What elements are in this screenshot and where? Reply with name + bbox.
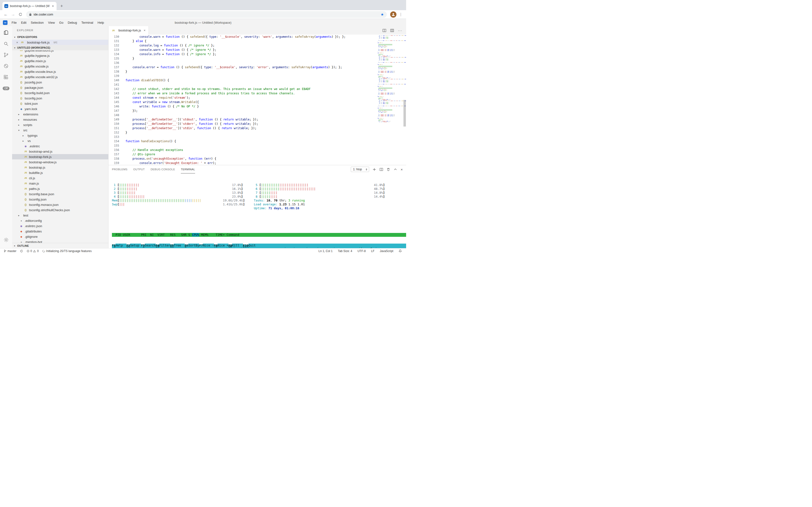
tree-item-bootstrap.js[interactable]: JSbootstrap.js [12, 165, 108, 170]
new-terminal-icon[interactable] [373, 168, 376, 171]
tree-item-tsconfig.monaco.json[interactable]: {}tsconfig.monaco.json [12, 202, 108, 207]
slashed-circle-icon[interactable] [0, 60, 12, 72]
tree-folder-vs[interactable]: ▸vs [12, 138, 108, 144]
editor-tab[interactable]: JS bootstrap-fork.js × [109, 26, 149, 35]
split-terminal-icon[interactable] [380, 168, 383, 171]
menu-debug[interactable]: Debug [65, 21, 79, 24]
code-line[interactable]: 146 write: function () { /* No OP */ } [109, 104, 374, 109]
tree-item-gulpfile.vscode.win32.js[interactable]: JSgulpfile.vscode.win32.js [12, 74, 108, 79]
menu-terminal[interactable]: Terminal [79, 21, 95, 24]
code-line[interactable]: 133 console.warn = function () { /* igno… [109, 48, 374, 52]
tree-folder-typings[interactable]: ▸typings [12, 133, 108, 138]
tree-item-tsconfig.strictNullChecks.json[interactable]: {}tsconfig.strictNullChecks.json [12, 207, 108, 213]
code-editor[interactable]: 130 console.warn = function () { safeSen… [109, 35, 406, 165]
code-line[interactable]: 154function handleExceptions() { [109, 139, 374, 144]
more-actions-icon[interactable]: ··· [398, 28, 402, 33]
menu-view[interactable]: View [46, 21, 57, 24]
source-control-icon[interactable] [0, 49, 12, 60]
code-line[interactable]: 142 // const stdout, stderr and stdin be… [109, 87, 374, 91]
tree-item-.eslintrc.json[interactable]: ◉.eslintrc.json [12, 223, 108, 229]
code-line[interactable]: 143 // error when we are inside a forked… [109, 91, 374, 96]
terminal[interactable]: 1 [||||||||||| 17.8%] 5 [|||||||||||||||… [109, 173, 406, 248]
split-editor-icon[interactable] [382, 29, 386, 33]
indent-setting[interactable]: Tab Size: 4 [336, 249, 354, 253]
new-tab-button[interactable]: + [59, 3, 65, 9]
tree-item-gulpfile.vscode.js[interactable]: JSgulpfile.vscode.js [12, 64, 108, 69]
menu-go[interactable]: Go [57, 21, 65, 24]
code-line[interactable]: 155 [109, 144, 374, 148]
address-bar[interactable]: ide.coder.com ★ [26, 11, 387, 18]
language-mode[interactable]: JavaScript [378, 249, 395, 253]
code-line[interactable]: 149 process['__defineGetter__']('stdout'… [109, 117, 374, 122]
code-line[interactable]: 157 // @ts-ignore [109, 152, 374, 157]
tree-item-bootstrap-window.js[interactable]: JSbootstrap-window.js [12, 159, 108, 165]
workspace-header[interactable]: ▾ UNTITLED (WORKSPACE) [12, 45, 108, 50]
menu-help[interactable]: Help [96, 21, 106, 24]
encoding-setting[interactable]: UTF-8 [356, 249, 368, 253]
bookmark-star-icon[interactable]: ★ [381, 12, 384, 17]
tree-item-jsconfig.json[interactable]: {}jsconfig.json [12, 79, 108, 85]
menu-edit[interactable]: Edit [19, 21, 28, 24]
code-line[interactable]: 134 console.info = function () { /* igno… [109, 52, 374, 56]
editor-scrollbar[interactable] [403, 100, 406, 126]
code-line[interactable]: 159 console.error('Uncaught Exception: '… [109, 161, 374, 165]
tree-folder-src[interactable]: ▾src [12, 127, 108, 133]
tree-item-gulpfile.mixin.js[interactable]: JSgulpfile.mixin.js [12, 58, 108, 64]
tree-item-paths.js[interactable]: JSpaths.js [12, 186, 108, 191]
tree-item-tsconfig.base.json[interactable]: {}tsconfig.base.json [12, 191, 108, 196]
search-icon[interactable] [0, 38, 12, 49]
tree-folder-resources[interactable]: ▸resources [12, 117, 108, 122]
code-line[interactable]: 144 const stream = require('stream'); [109, 96, 374, 100]
code-line[interactable]: 156 // Handle uncaught exceptions [109, 148, 374, 152]
open-editor-item[interactable]: × JS bootstrap-fork.js src [12, 40, 108, 45]
htop-function-key-bar[interactable]: F1Help F2Setup F3SearchF4FilterF5Tree F6… [112, 243, 406, 247]
menu-file[interactable]: File [9, 21, 19, 24]
tree-item-gulpfile.hygiene.js[interactable]: JSgulpfile.hygiene.js [12, 53, 108, 58]
browser-menu-icon[interactable]: ⋮ [398, 12, 404, 17]
code-line[interactable]: 151 process['__defineGetter__']('stdin',… [109, 126, 374, 130]
kill-terminal-icon[interactable] [386, 168, 390, 171]
close-panel-icon[interactable]: × [400, 167, 403, 171]
browser-tab[interactable]: cs bootstrap-fork.js — Untitled (W × [2, 2, 57, 10]
tab-terminal[interactable]: TERMINAL [181, 165, 195, 173]
code-line[interactable]: 152} [109, 130, 374, 135]
tree-item-gulpfile.extensions.js[interactable]: JSgulpfile.extensions.js [12, 50, 108, 53]
settings-gear-icon[interactable] [0, 234, 12, 245]
code-line[interactable]: 137 console.error = function () { safeSe… [109, 65, 374, 69]
code-line[interactable]: 140function disableSTDIO() { [109, 78, 374, 82]
terminal-select[interactable]: 1: htop [351, 167, 369, 172]
code-line[interactable]: 153 [109, 135, 374, 139]
tree-item-.eslintrc[interactable]: ◉.eslintrc [12, 144, 108, 149]
eol-setting[interactable]: LF [369, 249, 376, 253]
extensions-icon[interactable] [0, 72, 12, 83]
branch-indicator[interactable]: master [2, 249, 18, 253]
code-line[interactable]: 139 [109, 74, 374, 78]
minimap[interactable] [377, 35, 403, 122]
editor-tab-close-icon[interactable]: × [143, 29, 145, 32]
tree-item-.editorconfig[interactable]: ●.editorconfig [12, 218, 108, 223]
code-line[interactable]: 135 } [109, 56, 374, 61]
editor-layout-icon[interactable] [390, 29, 394, 33]
tree-item-tsconfig.json[interactable]: {}tsconfig.json [12, 196, 108, 202]
tree-folder-extensions[interactable]: ▸extensions [12, 112, 108, 117]
tree-item-main.js[interactable]: JSmain.js [12, 181, 108, 186]
close-icon[interactable]: × [15, 41, 19, 44]
code-line[interactable]: 141 [109, 82, 374, 87]
maximize-panel-icon[interactable] [393, 168, 397, 171]
code-line[interactable]: 148 [109, 113, 374, 117]
tree-item-tslint.json[interactable]: {}tslint.json [12, 101, 108, 106]
problems-indicator[interactable]: 0 0 [25, 249, 40, 253]
tab-output[interactable]: OUTPUT [133, 165, 145, 173]
tree-item-gulpfile.vscode.linux.js[interactable]: JSgulpfile.vscode.linux.js [12, 69, 108, 74]
sync-icon[interactable] [19, 249, 24, 252]
tab-problems[interactable]: PROBLEMS [112, 165, 127, 173]
code-line[interactable]: 147 }); [109, 109, 374, 113]
tree-item-.gitignore[interactable]: ◆.gitignore [12, 234, 108, 239]
tree-item-.gitattributes[interactable]: ◆.gitattributes [12, 229, 108, 234]
explorer-icon[interactable] [0, 27, 12, 38]
tree-item-bootstrap-fork.js[interactable]: JSbootstrap-fork.js [12, 154, 108, 159]
tree-item-tsconfig.build.json[interactable]: {}tsconfig.build.json [12, 90, 108, 96]
back-icon[interactable]: ← [2, 11, 9, 18]
code-line[interactable]: 138} [109, 69, 374, 74]
off-badge[interactable]: Off [3, 87, 9, 90]
